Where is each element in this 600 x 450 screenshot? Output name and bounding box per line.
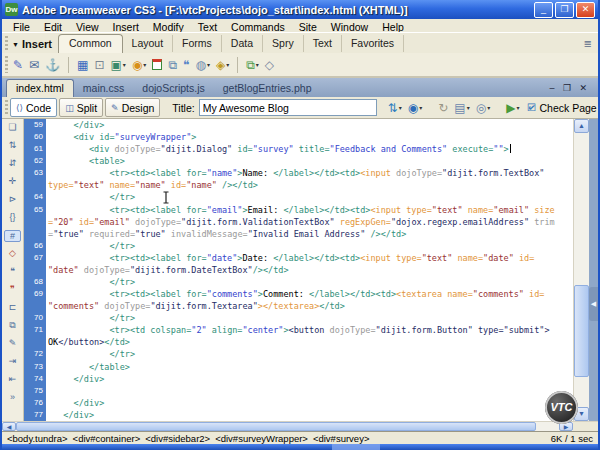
tag-selector-item[interactable]: <div#survey> [313, 433, 370, 444]
preview-in-browser-icon[interactable]: ◉▾ [407, 100, 424, 116]
vertical-scrollbar[interactable]: ▲ ▼ [573, 119, 589, 421]
scroll-left-icon[interactable]: ◀ [2, 422, 16, 431]
insert-tab-forms[interactable]: Forms [173, 35, 222, 52]
restore-button[interactable]: ❐ [555, 2, 574, 18]
outdent-code-icon[interactable]: ⇤ [5, 374, 20, 384]
design-view-label: Design [122, 102, 155, 114]
hyperlink-icon[interactable]: ✎ [12, 57, 24, 73]
document-toolbar: ⟨⟩Code ◫Split ✎Design Title: ⇅▾◉▾↻▤▾◎▾▶▾… [2, 97, 598, 119]
file-management-icon[interactable]: ⇅▾ [387, 100, 403, 116]
insert-tab-common[interactable]: Common [58, 34, 123, 53]
highlight-invalid-code-icon[interactable]: ◇ [5, 248, 20, 258]
collapse-full-tag-icon[interactable]: ⇅ [5, 140, 20, 150]
apply-comment-icon[interactable]: ❝ [5, 266, 20, 276]
named-anchor-icon[interactable]: ⚓ [44, 57, 61, 73]
indent-code-icon[interactable]: ⇥ [5, 356, 20, 366]
menu-file[interactable]: File [6, 21, 37, 33]
doc-tab-dojoScripts-js[interactable]: dojoScripts.js [133, 80, 213, 97]
document-size-download-time: 6K / 1 sec [551, 433, 593, 444]
tag-selector-item[interactable]: <div#surveyWrapper> [215, 433, 308, 444]
comment-icon[interactable]: ❝ [182, 57, 190, 73]
panel-menu-icon[interactable]: ≣ [584, 39, 592, 49]
code-view[interactable]: 59 </div>60 <div id="surveyWrapper">61 <… [24, 119, 573, 421]
panel-collapse-arrow-icon[interactable]: ◀ [589, 287, 598, 321]
tag-selector-item[interactable]: <div#sidebar2> [145, 433, 210, 444]
open-documents-icon[interactable]: ❏ [5, 122, 20, 132]
insert-div-icon[interactable]: ⊡ [93, 57, 105, 73]
tag-selector-item[interactable]: <div#container> [73, 433, 141, 444]
menu-view[interactable]: View [69, 21, 106, 33]
code-text: </tr> [46, 191, 573, 203]
design-view-button[interactable]: ✎Design [105, 98, 160, 117]
code-token: dojoType= [330, 325, 376, 335]
code-line: 62 <table> [24, 155, 573, 167]
head-icon[interactable]: ◍▾ [194, 57, 211, 73]
insert-tab-data[interactable]: Data [222, 35, 263, 52]
doc-tab-getBlogEntries-php[interactable]: getBlogEntries.php [214, 80, 321, 97]
images-icon[interactable]: ▣▾ [110, 57, 127, 73]
insert-tab-favorites[interactable]: Favorites [342, 35, 404, 52]
check-page-button[interactable]: 🗹Check Page [526, 102, 596, 114]
tag-selector-item[interactable]: <body.tundra> [7, 433, 68, 444]
server-include-icon[interactable]: ⧉ [167, 57, 178, 73]
insert-tab-text[interactable]: Text [304, 35, 342, 52]
horizontal-scrollbar[interactable]: ◀ ▶ [2, 421, 598, 431]
code-token: dojoType= [396, 168, 442, 178]
collapse-selection-icon[interactable]: ⇵ [5, 158, 20, 168]
split-view-button[interactable]: ◫Split [59, 98, 103, 117]
doc-tab-main-css[interactable]: main.css [74, 80, 133, 97]
insert-tab-layout[interactable]: Layout [123, 35, 174, 52]
script-icon[interactable]: ◈▾ [215, 57, 230, 73]
windows-taskbar-edge[interactable] [2, 444, 598, 450]
tag-chooser-icon[interactable]: ◇ [264, 57, 275, 73]
horizontal-scroll-thumb[interactable] [16, 422, 536, 431]
select-parent-tag-icon[interactable]: ⊳ [5, 194, 20, 204]
vertical-scroll-thumb[interactable] [574, 285, 589, 377]
insert-bar-label[interactable]: ▼ Insert [12, 38, 52, 50]
date-icon[interactable] [151, 58, 163, 71]
insert-tab-spry[interactable]: Spry [263, 35, 304, 52]
doc-tab-index-html[interactable]: index.html [6, 79, 74, 97]
minimize-button[interactable]: _ [534, 2, 553, 18]
menu-site[interactable]: Site [292, 21, 324, 33]
remove-comment-icon[interactable]: ❞ [5, 284, 20, 294]
expand-all-icon[interactable]: ✛ [5, 176, 20, 186]
table-icon[interactable]: ▦ [76, 57, 89, 73]
email-link-icon[interactable]: ✉ [28, 57, 40, 73]
balance-braces-icon[interactable]: {} [5, 212, 20, 222]
menu-help[interactable]: Help [375, 21, 411, 33]
close-button[interactable]: ✕ [576, 2, 595, 18]
drag-gripper[interactable] [5, 36, 8, 50]
validate-markup-icon[interactable]: ▶▾ [505, 100, 520, 116]
code-token: </div> [48, 398, 104, 408]
document-title-input[interactable] [199, 99, 377, 116]
code-view-button[interactable]: ⟨⟩Code [10, 98, 57, 117]
menu-edit[interactable]: Edit [37, 21, 69, 33]
line-numbers-icon[interactable]: # [4, 230, 21, 242]
menu-modify[interactable]: Modify [146, 21, 191, 33]
refresh-icon[interactable]: ↻ [437, 100, 449, 116]
templates-icon[interactable]: ⧉▾ [245, 57, 260, 73]
taskbar-highlight [332, 444, 380, 450]
view-options-icon[interactable]: ▤▾ [453, 100, 470, 116]
document-window-buttons[interactable]: – ❐ ✕ [549, 83, 590, 93]
move-css-icon[interactable]: ✎ [5, 338, 20, 348]
wrap-tag-icon[interactable]: ⊏ [5, 302, 20, 312]
menu-window[interactable]: Window [324, 21, 375, 33]
horizontal-scroll-track[interactable] [536, 422, 559, 431]
drag-gripper[interactable] [5, 100, 8, 115]
recent-snippets-icon[interactable]: ⧉ [5, 320, 20, 330]
scroll-up-icon[interactable]: ▲ [574, 119, 589, 133]
menu-commands[interactable]: Commands [224, 21, 292, 33]
media-icon[interactable]: ◉▾ [131, 57, 148, 73]
menu-insert[interactable]: Insert [106, 21, 146, 33]
dropdown-arrow-icon: ▾ [487, 104, 490, 111]
menu-text[interactable]: Text [191, 21, 224, 33]
drag-gripper[interactable] [5, 56, 8, 72]
code-token: "date" [207, 253, 238, 263]
vertical-scroll-track[interactable] [574, 133, 589, 407]
check-page-label: Check Page [539, 102, 596, 114]
code-line: 73 </table> [24, 361, 573, 373]
format-source-icon[interactable]: » [5, 392, 20, 402]
visual-aids-icon[interactable]: ◎▾ [475, 100, 492, 116]
